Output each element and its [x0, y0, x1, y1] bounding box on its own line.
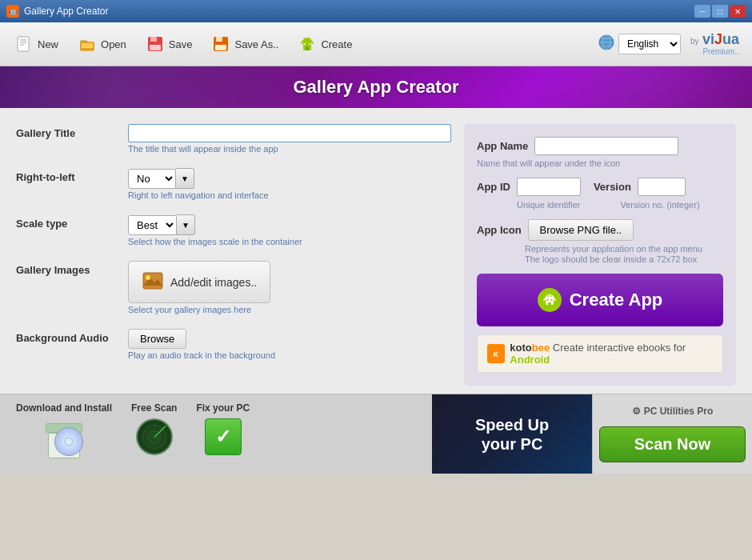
rtl-select[interactable]: No Yes — [128, 169, 176, 189]
maximize-button[interactable]: □ — [712, 5, 728, 18]
svg-line-32 — [554, 298, 555, 301]
saveas-icon — [211, 34, 230, 54]
open-icon — [78, 34, 97, 54]
app-name-row: App Name Name that will appear under the… — [477, 137, 723, 168]
rtl-row: Right-to-left No Yes ▼ Right to left nav… — [16, 168, 451, 200]
koto-label: koto — [510, 342, 531, 354]
gallery-title-input[interactable] — [128, 124, 451, 142]
create-app-button[interactable]: Create App — [477, 274, 723, 326]
bg-audio-row: Background Audio Browse Play an audio tr… — [16, 329, 451, 360]
pc-utils-panel: ⚙ PC Utilities Pro Scan Now — [592, 394, 752, 474]
svg-point-30 — [550, 299, 552, 301]
app-name-input[interactable] — [534, 137, 678, 155]
scale-type-row: Scale type Best Fit Fill ▼ Select how th… — [16, 214, 451, 246]
rtl-label: Right-to-left — [16, 168, 128, 183]
scale-type-wrap: Best Fit Fill ▼ Select how the images sc… — [128, 214, 451, 246]
fix-pc-label: Fix your PC — [196, 402, 250, 414]
toolbar: New Open Save — [0, 22, 752, 66]
app-name-inline: App Name — [477, 137, 723, 155]
android-icon — [538, 288, 562, 312]
gallery-title-label: Gallery Title — [16, 124, 128, 139]
svg-rect-33 — [548, 302, 551, 306]
minimize-button[interactable]: ─ — [694, 5, 710, 18]
app-icon-label: App Icon — [477, 224, 522, 236]
close-button[interactable]: ✕ — [730, 5, 746, 18]
svg-rect-9 — [215, 45, 226, 50]
free-scan-item: Free Scan — [131, 402, 177, 455]
new-icon — [14, 34, 34, 54]
rtl-dropdown-wrap: No Yes ▼ — [128, 168, 451, 189]
scale-type-arrow[interactable]: ▼ — [177, 214, 195, 235]
svg-point-35 — [550, 295, 552, 297]
premium-text: Premium.. — [690, 47, 739, 56]
kotobee-banner[interactable]: K kotobee Create interactive ebooks for … — [477, 334, 723, 373]
check-icon: ✓ — [205, 418, 242, 455]
rtl-dropdown-arrow[interactable]: ▼ — [176, 168, 194, 189]
header-banner: Gallery App Creator — [0, 66, 752, 108]
brand-vi: vi — [702, 31, 714, 47]
app-icon-inline: App Icon Browse PNG file.. — [477, 219, 723, 241]
saveas-label: Save As.. — [234, 38, 278, 50]
browse-png-button[interactable]: Browse PNG file.. — [528, 219, 634, 241]
version-input[interactable] — [638, 178, 686, 196]
download-icon — [44, 418, 84, 458]
add-edit-images-button[interactable]: Add/edit images.. — [128, 261, 270, 303]
scan-now-label: Scan Now — [634, 435, 711, 453]
gallery-title-row: Gallery Title The title that will appear… — [16, 124, 451, 154]
by-text: by — [690, 37, 699, 46]
create-icon — [298, 34, 317, 54]
svg-point-13 — [309, 38, 311, 41]
rtl-hint: Right to left navigation and interface — [128, 190, 451, 200]
svg-line-18 — [311, 41, 313, 43]
gallery-images-label: Gallery Images — [16, 261, 128, 276]
open-button[interactable]: Open — [70, 31, 134, 57]
brand-j: J — [714, 31, 722, 47]
browse-audio-button[interactable]: Browse — [128, 329, 186, 349]
window-title: Gallery App Creator — [24, 6, 694, 17]
create-button[interactable]: Create — [290, 31, 360, 57]
svg-point-12 — [304, 38, 306, 41]
scale-type-hint: Select how the images scale in the conta… — [128, 237, 451, 246]
scale-type-select[interactable]: Best Fit Fill — [128, 215, 177, 235]
bottom-left: Download and Install Free Scan Fix your … — [0, 394, 432, 474]
create-label: Create — [321, 38, 352, 50]
saveas-button[interactable]: Save As.. — [203, 31, 286, 57]
browse-label: Browse — [140, 333, 174, 345]
add-edit-images-label: Add/edit images.. — [170, 276, 257, 289]
scan-now-button[interactable]: Scan Now — [599, 426, 746, 462]
language-dropdown[interactable]: English Arabic French Spanish — [618, 34, 681, 54]
gallery-images-wrap: Add/edit images.. Select your gallery im… — [128, 261, 451, 314]
svg-point-14 — [304, 43, 306, 45]
version-label: Version — [594, 181, 631, 193]
download-install-label: Download and Install — [16, 402, 112, 414]
browse-png-label: Browse PNG file.. — [540, 224, 622, 236]
app-id-label: App ID — [477, 181, 510, 193]
svg-rect-8 — [216, 37, 222, 42]
bee-label: bee — [532, 342, 550, 354]
app-id-input[interactable] — [517, 178, 581, 196]
image-icon — [142, 270, 164, 294]
gallery-title-hint: The title that will appear inside the ap… — [128, 144, 451, 154]
gallery-images-row: Gallery Images Add/edit images.. Select … — [16, 261, 451, 314]
title-bar: 🤖 Gallery App Creator ─ □ ✕ — [0, 0, 752, 22]
kotobee-tagline: Create interactive ebooks for — [550, 342, 686, 354]
free-scan-label: Free Scan — [131, 402, 177, 414]
save-button[interactable]: Save — [138, 31, 201, 57]
speedup-line2: your PC — [482, 435, 543, 453]
android-label: Android — [510, 354, 550, 366]
new-button[interactable]: New — [6, 31, 66, 57]
svg-rect-16 — [306, 46, 309, 50]
speedup-text: Speed Up your PC — [475, 415, 549, 454]
kotobee-text: kotobee Create interactive ebooks for An… — [510, 342, 713, 366]
svg-line-31 — [544, 298, 546, 301]
rtl-wrap: No Yes ▼ Right to left navigation and in… — [128, 168, 451, 200]
main-content: Gallery Title The title that will appear… — [0, 108, 752, 394]
radar-icon — [136, 418, 173, 455]
app-id-hint: Unique identifier — [517, 200, 581, 210]
vijua-logo: by viJua Premium.. — [684, 32, 746, 57]
gallery-images-hint: Select your gallery images here — [128, 305, 451, 314]
app-title: Gallery App Creator — [293, 77, 458, 98]
pc-utils-label: ⚙ PC Utilities Pro — [632, 406, 714, 417]
app-icon-hint1: Represents your application on the app m… — [525, 244, 723, 254]
svg-rect-5 — [150, 37, 157, 42]
